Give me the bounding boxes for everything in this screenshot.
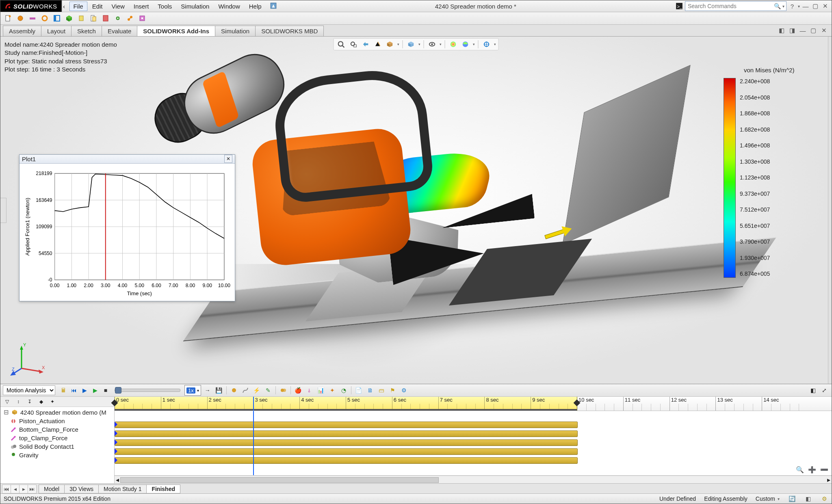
status-extra1-icon[interactable]: ◧ — [804, 495, 812, 503]
graphics-area[interactable]: ▾ ▾ ▾ ▾ ▾ Model name:4240 Spreader motio… — [0, 37, 832, 384]
help-icon[interactable]: ? — [788, 2, 796, 10]
ruler-tick[interactable]: 9 sec — [531, 397, 545, 411]
search-commands-box[interactable]: 🔍 ▾ — [685, 1, 786, 11]
playback-slider[interactable] — [115, 389, 180, 392]
tree-item-piston-actuation[interactable]: Piston_Actuation — [2, 417, 113, 425]
ruler-tick[interactable]: 11 sec — [623, 397, 640, 411]
search-commands-input[interactable] — [687, 2, 772, 10]
cmd-tab-solidworks-add-ins[interactable]: SOLIDWORKS Add-Ins — [137, 26, 215, 36]
track-row[interactable] — [115, 420, 832, 429]
track-row[interactable] — [115, 447, 832, 456]
sim-options-icon[interactable]: ⚙ — [399, 385, 409, 395]
track-row[interactable] — [115, 429, 832, 438]
motion-type-select[interactable]: Motion Analysis — [3, 385, 55, 395]
track-row[interactable] — [115, 438, 832, 447]
bottom-tab-motion-study-1[interactable]: Motion Study 1 — [98, 485, 147, 493]
render-cube-icon[interactable] — [64, 13, 74, 24]
damper-icon[interactable]: ⫰ — [305, 385, 314, 395]
ruler-tick[interactable]: 12 sec — [670, 397, 687, 411]
motion-study-icon[interactable] — [125, 13, 135, 24]
plot-window-close-icon[interactable]: ✕ — [224, 155, 232, 163]
tree-root[interactable]: ⊟ 4240 Spreader motion demo (M — [2, 408, 113, 417]
cmd-tab-evaluate[interactable]: Evaluate — [102, 26, 137, 36]
expand-all-icon[interactable]: ↕ — [13, 397, 23, 407]
new-document-icon[interactable] — [3, 13, 13, 24]
mass-props-icon[interactable]: 📄 — [354, 385, 364, 395]
sim-setup-icon[interactable]: 🗎 — [365, 385, 375, 395]
cmd-tab-assembly[interactable]: Assembly — [3, 26, 41, 36]
tab-last-icon[interactable]: ⏭ — [28, 485, 37, 493]
window-minimize-icon[interactable]: — — [802, 2, 810, 10]
event-sensor-icon[interactable]: ◔ — [339, 385, 349, 395]
cmd-tab-simulation[interactable]: Simulation — [215, 26, 256, 36]
ruler-tick[interactable]: 3 sec — [253, 397, 267, 411]
track-row[interactable] — [115, 411, 832, 420]
motor-icon[interactable] — [229, 385, 239, 395]
stop-icon[interactable]: ■ — [101, 385, 110, 395]
tree-item-bottom-clamp-force[interactable]: Bottom_Clamp_Force — [2, 425, 113, 434]
menu-edit[interactable]: Edit — [88, 2, 107, 11]
force-icon[interactable]: ⚡ — [252, 385, 262, 395]
ruler-tick[interactable]: 6 sec — [392, 397, 406, 411]
command-prompt-icon[interactable]: >_ — [675, 2, 683, 10]
cmd-tab-solidworks-mbd[interactable]: SOLIDWORKS MBD — [255, 26, 324, 36]
calculate-icon[interactable]: 🖩 — [58, 385, 68, 395]
ruler-tick[interactable]: 4 sec — [299, 397, 314, 411]
doc-close-icon[interactable]: ✕ — [819, 26, 828, 35]
tree-item-gravity[interactable]: Gravity — [2, 451, 113, 459]
bottom-tab-finished[interactable]: Finished — [146, 485, 180, 493]
tracks-playhead[interactable] — [253, 411, 254, 475]
tree-item-top-clamp-force[interactable]: top_Clamp_Force — [2, 434, 113, 442]
search-icon[interactable]: 🔍 — [774, 3, 781, 9]
clipboard-icon[interactable] — [88, 13, 99, 24]
bottom-tab-3d-views[interactable]: 3D Views — [64, 485, 99, 493]
assembly-open-icon[interactable] — [15, 13, 26, 24]
play-from-start-icon[interactable]: ⏮ — [69, 385, 79, 395]
motion-model-icon[interactable]: 🗃 — [377, 385, 386, 395]
feature-manager-handle[interactable] — [0, 198, 6, 223]
trace-path-icon[interactable]: ✦ — [327, 385, 337, 395]
collapse-all-icon[interactable]: ↧ — [25, 397, 35, 407]
track-bar[interactable] — [115, 422, 578, 428]
orientation-triad[interactable]: Y X Z — [9, 340, 46, 376]
options-icon[interactable] — [39, 13, 50, 24]
cmd-tab-layout[interactable]: Layout — [41, 26, 72, 36]
filter-icon[interactable]: ▽ — [2, 397, 12, 407]
search-dropdown-icon[interactable]: ▾ — [782, 4, 784, 9]
doc-minimize-icon[interactable]: — — [798, 26, 807, 35]
tab-prev-icon[interactable]: ◂ — [11, 485, 20, 493]
play-loop-icon[interactable]: ▶ — [90, 385, 100, 395]
edit-key-icon[interactable]: ✎ — [263, 385, 273, 395]
track-row[interactable] — [115, 456, 832, 465]
slider-thumb[interactable] — [115, 387, 121, 394]
spring-icon[interactable] — [240, 385, 250, 395]
timeline-zoom-out-icon[interactable]: ➖ — [819, 465, 829, 474]
playback-speed-select[interactable]: 1x ▾ — [184, 385, 201, 396]
menubar-extras-icon[interactable] — [268, 0, 279, 11]
ruler-tick[interactable]: 14 sec — [762, 397, 779, 411]
results-icon[interactable]: 📊 — [316, 385, 326, 395]
menu-tools[interactable]: Tools — [154, 2, 176, 11]
menu-simulation[interactable]: Simulation — [177, 2, 213, 11]
window-restore-icon[interactable]: ▢ — [811, 2, 819, 10]
menu-file[interactable]: File — [69, 2, 87, 11]
ruler-tick[interactable]: 5 sec — [346, 397, 360, 411]
collapse-panel-icon[interactable]: ◧ — [808, 385, 818, 395]
paste-icon[interactable] — [76, 13, 87, 24]
addin-icon[interactable] — [137, 13, 147, 24]
ruler-tick[interactable]: 13 sec — [715, 397, 732, 411]
tab-next-icon[interactable]: ▸ — [19, 485, 28, 493]
track-bar[interactable] — [115, 430, 578, 437]
analysis-props-icon[interactable]: ⚑ — [388, 385, 398, 395]
timeline-scrollbar[interactable]: ◂ ▸ — [115, 476, 832, 483]
contact-icon[interactable] — [278, 385, 288, 395]
timeline[interactable]: 0 sec1 sec2 sec3 sec4 sec5 sec6 sec7 sec… — [115, 397, 832, 483]
play-icon[interactable]: ▶ — [80, 385, 89, 395]
expand-panel-icon[interactable]: ⤢ — [819, 385, 829, 395]
feature-manager-icon[interactable] — [52, 13, 62, 24]
menu-view[interactable]: View — [108, 2, 129, 11]
gear-icon[interactable] — [113, 13, 123, 24]
autokey-icon[interactable]: ✦ — [48, 397, 57, 407]
plot-window[interactable]: Plot1 ✕ 0.001.002.003.004.005.006.007.00… — [19, 154, 235, 301]
ruler-tick[interactable]: 2 sec — [207, 397, 221, 411]
